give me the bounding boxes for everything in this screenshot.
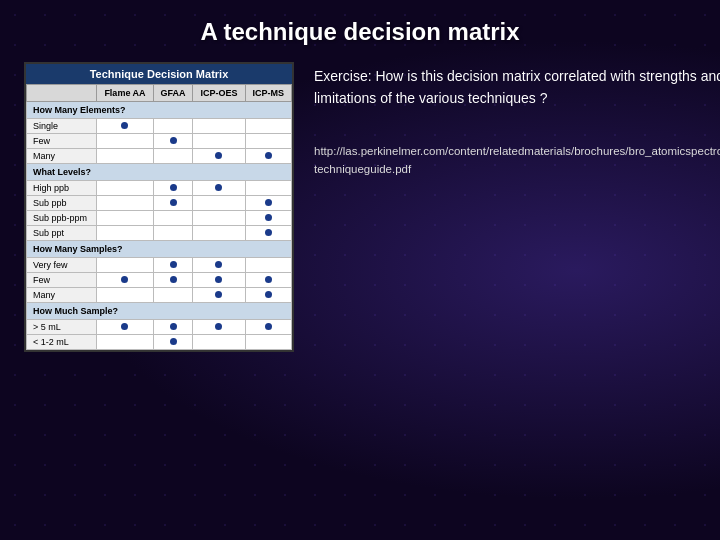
col-header-empty [27,85,97,102]
dot [121,276,128,283]
page-content: A technique decision matrix Technique De… [0,0,720,370]
dot [170,199,177,206]
table-row: Sub ppt [27,226,292,241]
table-row: Very few [27,258,292,273]
main-layout: Technique Decision Matrix Flame AA GFAA … [24,62,696,352]
dot [265,276,272,283]
table-row: Many [27,288,292,303]
right-section: Exercise: How is this decision matrix co… [314,62,720,178]
table-row: Many [27,149,292,164]
dot [265,199,272,206]
dot [170,137,177,144]
dot [265,152,272,159]
exercise-text: Exercise: How is this decision matrix co… [314,66,720,109]
dot [170,184,177,191]
dot [265,214,272,221]
page-title: A technique decision matrix [24,18,696,46]
dot [215,291,222,298]
reference-link: http://las.perkinelmer.com/content/relat… [314,143,720,178]
table-row: Sub ppb-ppm [27,211,292,226]
dot [215,261,222,268]
table-row: Few [27,134,292,149]
table-body: How Many Elements? Single Few [27,102,292,350]
table-header-row: Flame AA GFAA ICP-OES ICP-MS [27,85,292,102]
table-title: Technique Decision Matrix [26,64,292,84]
section-how-many-elements: How Many Elements? [27,102,292,119]
dot [215,184,222,191]
dot [170,338,177,345]
table-row: Sub ppb [27,196,292,211]
col-header-icp-oes: ICP-OES [193,85,245,102]
section-how-many-samples: How Many Samples? [27,241,292,258]
col-header-flame-aa: Flame AA [97,85,154,102]
dot [215,276,222,283]
dot [170,261,177,268]
dot [170,323,177,330]
col-header-icp-ms: ICP-MS [245,85,291,102]
dot [121,122,128,129]
decision-matrix-table-container: Technique Decision Matrix Flame AA GFAA … [24,62,294,352]
section-what-levels: What Levels? [27,164,292,181]
table-row: Few [27,273,292,288]
section-how-much-sample: How Much Sample? [27,303,292,320]
table-row: Single [27,119,292,134]
decision-matrix-table: Flame AA GFAA ICP-OES ICP-MS How Many El… [26,84,292,350]
table-row: High ppb [27,181,292,196]
dot [215,152,222,159]
dot [265,291,272,298]
dot [215,323,222,330]
dot [265,323,272,330]
col-header-gfaa: GFAA [153,85,192,102]
table-row: > 5 mL [27,320,292,335]
dot [265,229,272,236]
dot [170,276,177,283]
table-row: < 1-2 mL [27,335,292,350]
dot [121,323,128,330]
